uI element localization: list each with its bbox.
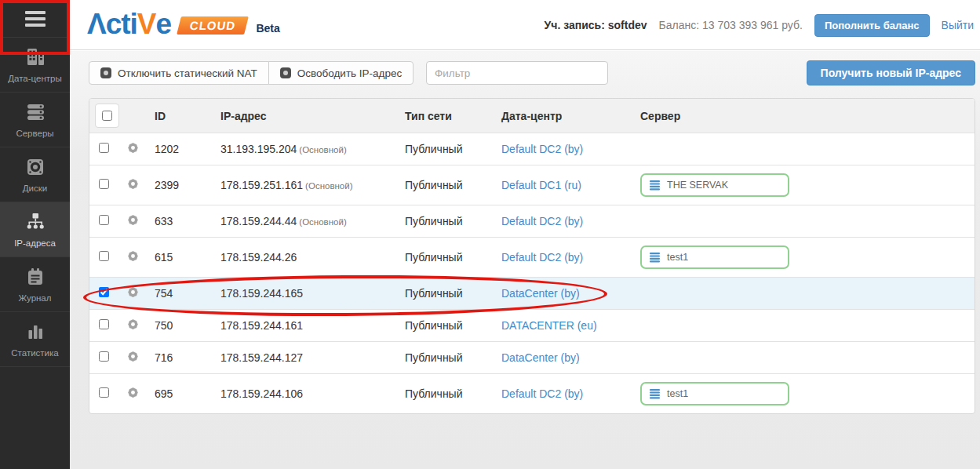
top-header: ΛctiVe CLOUD Beta Уч. запись: softdev Ба… (70, 0, 980, 50)
datacenter-link[interactable]: DataCenter (by) (501, 351, 580, 364)
row-id: 750 (155, 310, 220, 342)
table-row: 754 178.159.244.165 Публичный DataCenter… (89, 278, 975, 310)
datacenter-link[interactable]: Default DC2 (by) (501, 387, 583, 400)
row-ip: 178.159.251.161(Основной) (220, 165, 405, 205)
gear-icon[interactable] (126, 141, 140, 155)
datacenter-link[interactable]: DataCenter (by) (501, 287, 580, 300)
table-row: 750 178.159.244.161 Публичный DATACENTER… (89, 310, 975, 342)
row-checkbox[interactable] (99, 215, 109, 225)
table-row: 633 178.159.244.44(Основной) Публичный D… (89, 205, 975, 238)
row-id: 633 (155, 205, 220, 238)
server-icon (650, 253, 661, 263)
ip-actions-group: Отключить статический NAT Освободить IP-… (89, 61, 413, 85)
row-checkbox[interactable] (99, 143, 109, 153)
beta-label: Beta (256, 22, 279, 35)
row-id: 1202 (155, 133, 220, 165)
row-ip: 178.159.244.165 (220, 278, 405, 310)
activecloud-logo[interactable]: ΛctiVe CLOUD Beta (87, 9, 280, 40)
release-icon (280, 67, 291, 78)
server-name: test1 (667, 252, 688, 263)
server-name: THE SERVAK (667, 180, 728, 191)
sidebar-item-journal[interactable]: Журнал (0, 257, 70, 312)
hamburger-icon (25, 11, 46, 14)
server-icon (650, 389, 661, 399)
row-network-type: Публичный (405, 310, 501, 342)
main-content: Отключить статический NAT Освободить IP-… (70, 51, 980, 469)
topup-balance-button[interactable]: Пополнить баланс (814, 14, 930, 37)
row-checkbox[interactable] (99, 351, 109, 362)
row-ip: 178.159.244.127 (220, 342, 405, 374)
logout-link[interactable]: Выйти (942, 19, 974, 31)
server-badge[interactable]: test1 (640, 382, 789, 405)
logo-text-active: Λcti (87, 9, 137, 40)
row-id: 2399 (155, 165, 220, 205)
row-ip: 178.159.244.26 (220, 238, 405, 278)
select-all-checkbox[interactable] (102, 111, 112, 121)
network-tree-icon (24, 211, 46, 234)
table-header-row: ID IP-адрес Тип сети Дата-центр Сервер (89, 99, 975, 133)
sidebar-item-label: Дата-центры (8, 74, 61, 83)
datacenter-link[interactable]: Default DC1 (ru) (501, 179, 581, 191)
filter-input[interactable] (426, 61, 608, 85)
sidebar-item-statistics[interactable]: Статистика (0, 312, 70, 367)
sidebar-item-label: IP-адреса (14, 238, 56, 248)
datacenter-icon (24, 46, 46, 70)
disable-static-nat-button[interactable]: Отключить статический NAT (89, 61, 269, 85)
datacenter-link[interactable]: Default DC2 (by) (501, 143, 583, 155)
row-id: 615 (155, 238, 220, 278)
row-ip: 31.193.195.204(Основной) (220, 133, 405, 165)
row-network-type: Публичный (405, 374, 501, 414)
sidebar-item-ip-addresses[interactable]: IP-адреса (0, 202, 70, 257)
datacenter-link[interactable]: Default DC2 (by) (501, 215, 583, 227)
table-row: 615 178.159.244.26 Публичный Default DC2… (89, 238, 975, 278)
account-name: Уч. запись: softdev (545, 19, 647, 31)
sidebar-item-servers[interactable]: Серверы (0, 93, 70, 147)
column-header-id: ID (155, 99, 220, 133)
journal-icon (24, 266, 46, 289)
row-network-type: Публичный (405, 205, 501, 238)
datacenter-link[interactable]: Default DC2 (by) (501, 251, 583, 264)
gear-icon[interactable] (126, 177, 140, 191)
row-id: 754 (155, 278, 220, 310)
disk-icon (24, 156, 46, 180)
servers-icon (24, 101, 46, 125)
server-badge[interactable]: test1 (640, 245, 789, 269)
row-checkbox[interactable] (99, 179, 109, 189)
sidebar-item-label: Журнал (19, 293, 52, 303)
sidebar-item-label: Диски (23, 184, 47, 193)
row-checkbox[interactable] (99, 387, 109, 398)
gear-icon[interactable] (126, 249, 140, 263)
column-header-ip: IP-адрес (220, 99, 405, 133)
server-name: test1 (667, 388, 688, 399)
gear-icon[interactable] (126, 285, 140, 299)
sidebar: Дата-центры Серверы Диски IP-адреса Журн… (0, 0, 70, 469)
balance-text: Баланс: 13 703 393 961 руб. (659, 19, 803, 31)
release-ip-button[interactable]: Освободить IP-адрес (268, 61, 414, 85)
sidebar-item-label: Статистика (11, 348, 58, 358)
cloud-badge: CLOUD (177, 16, 249, 35)
menu-toggle-button[interactable] (0, 0, 70, 38)
server-icon (650, 180, 661, 191)
gear-icon[interactable] (126, 318, 140, 331)
sidebar-item-disks[interactable]: Диски (0, 147, 70, 202)
row-network-type: Публичный (405, 278, 501, 310)
table-row: 695 178.159.244.106 Публичный Default DC… (89, 374, 975, 414)
row-checkbox[interactable] (99, 319, 109, 329)
row-ip: 178.159.244.44(Основной) (220, 205, 405, 238)
server-badge[interactable]: THE SERVAK (640, 173, 789, 197)
sidebar-item-datacenters[interactable]: Дата-центры (0, 38, 70, 93)
column-header-server: Сервер (640, 99, 975, 133)
datacenter-link[interactable]: DATACENTER (eu) (501, 319, 597, 332)
row-checkbox[interactable] (99, 287, 109, 297)
gear-icon[interactable] (126, 386, 140, 399)
get-new-ip-button[interactable]: Получить новый IP-адрес (807, 60, 975, 85)
table-row: 1202 31.193.195.204(Основной) Публичный … (89, 133, 975, 165)
ip-table: ID IP-адрес Тип сети Дата-центр Сервер 1… (89, 98, 975, 414)
gear-icon[interactable] (126, 350, 140, 363)
gear-icon[interactable] (126, 213, 140, 227)
select-all-checkbox-box (95, 104, 119, 128)
row-ip: 178.159.244.106 (220, 374, 405, 414)
release-icon (100, 67, 111, 78)
table-row: 2399 178.159.251.161(Основной) Публичный… (89, 165, 975, 205)
row-checkbox[interactable] (99, 251, 109, 261)
